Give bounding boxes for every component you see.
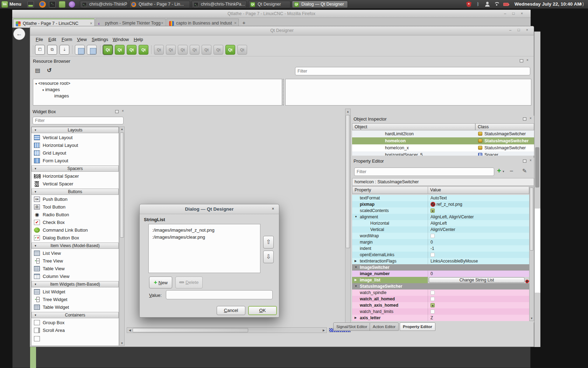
column-header-class[interactable]: Class [475, 123, 534, 130]
property-filter-input[interactable] [354, 168, 494, 176]
new-button[interactable]: + New [149, 277, 172, 288]
scroll-right-icon[interactable]: ▶ [322, 329, 326, 332]
scroll-up-icon[interactable]: ▲ [120, 128, 124, 131]
inspector-row-hardlimit2icon[interactable]: hardLimit2Icon StatusImageSwitcher [352, 130, 534, 137]
panel-close-icon[interactable]: × [528, 159, 533, 163]
scroll-up-icon[interactable]: ▲ [345, 110, 350, 113]
bluetooth-icon[interactable]: ᛒ [477, 1, 479, 7]
panel-close-icon[interactable]: × [525, 59, 530, 62]
section-item-views[interactable]: ▾Item Views (Model-Based) [31, 243, 119, 249]
firefox-minimize-button[interactable]: – [502, 11, 508, 16]
tab-action-editor[interactable]: Action Editor [370, 322, 399, 331]
list-item-clear[interactable]: :/images/images/clear.png [149, 234, 260, 241]
property-row-textinteractionflags[interactable]: ▶textInteractionFlagsLinksAccessibleByMo… [352, 258, 529, 264]
taskbar-window-terminal-2[interactable]: >_chris@chris-ThinkPa... [191, 1, 247, 8]
background-scrollbar-thumb[interactable] [535, 147, 539, 188]
taskbar-window-firefox[interactable]: Qtlathe - Page 7 - Lin... [129, 1, 190, 8]
property-row-image-number[interactable]: image_number0 [352, 271, 529, 277]
move-down-button[interactable]: ⇩ [263, 251, 274, 263]
tab-property-editor[interactable]: Property Editor [400, 322, 435, 331]
section-buttons[interactable]: ▾Buttons [31, 189, 119, 195]
designer-minimize-button[interactable]: – [507, 27, 513, 33]
property-row-alignment-vertical[interactable]: VerticalAlignVCenter [352, 226, 529, 233]
paste-widget-icon[interactable] [87, 45, 97, 55]
cancel-button[interactable]: Cancel [217, 306, 245, 315]
property-row-watch-spindle[interactable]: watch_spindle [352, 289, 529, 296]
tab-signal-slot-editor[interactable]: Signal/Slot Editor [333, 322, 370, 331]
widget-item-horizontal-layout[interactable]: Horizontal Layout [31, 142, 119, 149]
widget-item-table-view[interactable]: Table View [31, 265, 119, 273]
menu-help[interactable]: Help [132, 35, 145, 43]
layout-horizontal-icon[interactable]: Qt [154, 45, 164, 55]
widget-item-partial[interactable] [31, 335, 119, 343]
checkbox-unchecked[interactable] [430, 309, 435, 314]
dialog-titlebar[interactable]: Dialog — Qt Designer × [140, 204, 279, 214]
widget-box-scrollbar[interactable]: ▲ ▼ [119, 127, 125, 346]
widget-item-scroll-area[interactable]: Scroll Area [31, 327, 119, 334]
layout-splitter-v-icon[interactable]: Qt [190, 45, 200, 55]
scroll-down-icon[interactable]: ▼ [530, 317, 534, 320]
menu-file[interactable]: File [34, 35, 45, 43]
mint-menu-icon[interactable]: lm [1, 1, 8, 8]
files-launcher-icon[interactable] [59, 1, 65, 8]
scroll-down-icon[interactable]: ▼ [120, 342, 124, 345]
scrollbar-thumb[interactable] [530, 188, 533, 251]
firefox-maximize-button[interactable]: □ [510, 11, 517, 16]
edit-signals-mode-icon[interactable]: Qt [115, 45, 125, 55]
checkbox-unchecked[interactable] [430, 297, 435, 301]
list-item-ref-z-not[interactable]: :/images/images/ref_z_not.png [149, 224, 260, 234]
checkbox-checked[interactable] [430, 303, 435, 307]
wifi-icon[interactable] [494, 2, 499, 6]
widget-item-command-link-button[interactable]: →Command Link Button [31, 226, 119, 234]
panel-close-icon[interactable]: × [121, 109, 125, 113]
panel-float-icon[interactable] [115, 110, 119, 113]
designer-close-button[interactable]: × [524, 27, 530, 33]
property-row-watch-hard-limits[interactable]: watch_hard_limits [352, 308, 529, 315]
property-row-margin[interactable]: margin0 [352, 239, 529, 245]
new-tab-button[interactable]: + [240, 20, 247, 26]
widget-item-tool-button[interactable]: ⚙Tool Button [31, 203, 119, 211]
widget-item-form-layout[interactable]: Form Layout [31, 157, 119, 165]
splitter-handle[interactable] [283, 79, 285, 105]
column-header-value[interactable]: Value [428, 186, 529, 194]
firefox-launcher-icon[interactable] [39, 1, 46, 8]
reload-icon[interactable]: ↺ [47, 67, 51, 74]
widget-item-check-box[interactable]: ✔Check Box [31, 219, 119, 226]
checkbox-checked[interactable] [430, 209, 435, 213]
edit-widgets-mode-icon[interactable]: Qt [103, 45, 113, 55]
back-button[interactable]: ← [13, 28, 25, 40]
delete-button[interactable]: Delete [175, 277, 203, 288]
inspector-row-homeicon-selected[interactable]: homeIcon StatusImageSwitcher [352, 137, 534, 144]
resource-filter-input[interactable] [295, 67, 530, 75]
widget-item-table-widget[interactable]: Table Widget [31, 304, 119, 311]
widget-item-list-widget[interactable]: List Widget [31, 288, 119, 296]
tree-expander-icon[interactable]: ▾ [35, 82, 37, 86]
designer-maximize-button[interactable]: □ [516, 27, 522, 33]
menu-window[interactable]: Window [111, 35, 131, 43]
configure-icon[interactable]: ✎ [522, 168, 527, 174]
section-item-widgets[interactable]: ▾Item Widgets (Item-Based) [31, 281, 119, 287]
firefox-close-button[interactable]: × [519, 11, 525, 16]
layout-splitter-h-icon[interactable]: Qt [178, 45, 188, 55]
user-applet-icon[interactable] [485, 1, 490, 7]
widget-item-tree-widget[interactable]: Tree Widget [31, 296, 119, 304]
terminal-launcher-icon[interactable]: >_ [49, 1, 56, 8]
edit-resources-icon[interactable]: ▤ [35, 67, 40, 74]
property-row-scaledcontents[interactable]: scaledContents [352, 207, 529, 214]
inspector-row-horizontalspacer5[interactable]: horizontalSpacer_5 Spacer [352, 151, 534, 156]
menu-button[interactable]: Menu [9, 1, 21, 7]
layout-vertical-icon[interactable]: Qt [166, 45, 176, 55]
property-row-image-list-selected[interactable]: ▶image_list Change String List [352, 277, 529, 283]
widget-item-column-view[interactable]: Column View [31, 273, 119, 280]
move-up-button[interactable]: ⇧ [263, 236, 274, 248]
canvas-horizontal-scrollbar[interactable]: ◀ ▶ [127, 327, 327, 333]
battery-icon[interactable] [503, 3, 509, 6]
layout-form-icon[interactable]: Qt [202, 45, 211, 55]
widget-item-vertical-spacer[interactable]: Vertical Spacer [31, 180, 119, 188]
dialog-close-icon[interactable]: × [270, 206, 276, 212]
menu-settings[interactable]: Settings [90, 35, 110, 43]
canvas-vertical-scrollbar[interactable]: ▲ ▼ [345, 109, 351, 327]
property-editor-scrollbar[interactable]: ▼ [529, 186, 534, 321]
property-row-alignment-horizontal[interactable]: HorizontalAlignLeft [352, 220, 529, 226]
widget-item-vertical-layout[interactable]: Vertical Layout [31, 134, 119, 142]
